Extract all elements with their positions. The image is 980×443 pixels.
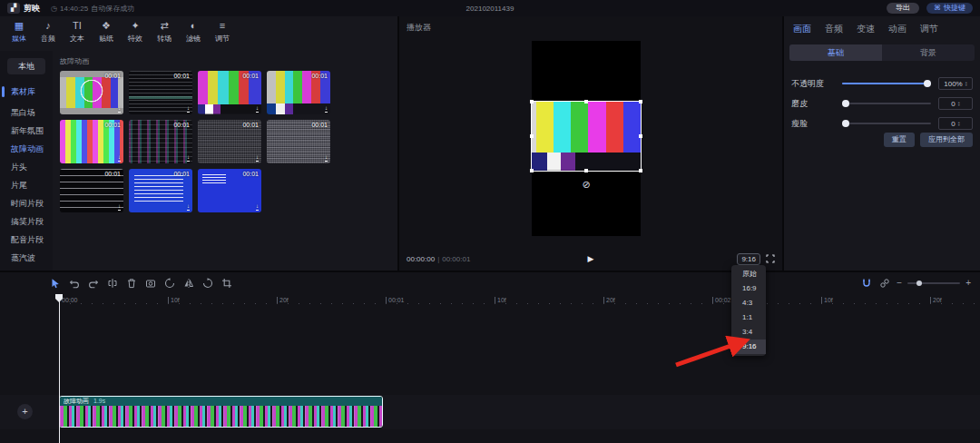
inspector-tab[interactable]: 调节: [920, 23, 938, 35]
media-thumbnail[interactable]: 00:01 ↓: [60, 120, 123, 163]
download-icon[interactable]: ↓: [325, 154, 328, 162]
inspector-tab[interactable]: 变速: [857, 23, 875, 35]
mirror-icon[interactable]: [182, 277, 195, 290]
reset-button[interactable]: 重置: [884, 133, 915, 147]
download-icon[interactable]: ↓: [256, 105, 259, 113]
download-icon[interactable]: ↓: [187, 154, 190, 162]
rotate-handle-icon[interactable]: ⊘: [582, 180, 590, 190]
value-box[interactable]: 0 ▴▾: [938, 97, 973, 110]
add-media-button[interactable]: +: [17, 404, 33, 419]
selection-handle[interactable]: [639, 169, 642, 172]
download-icon[interactable]: ↓: [187, 203, 190, 211]
slider-track[interactable]: [842, 123, 931, 124]
value-box[interactable]: 100% ▴▾: [938, 77, 973, 90]
selection-handle[interactable]: [530, 169, 534, 172]
category-item[interactable]: 时间片段: [0, 194, 53, 212]
zoom-slider-knob[interactable]: [916, 281, 922, 286]
media-thumbnail[interactable]: 00:01 ↓: [267, 120, 330, 163]
playhead-line[interactable]: [59, 294, 60, 443]
ratio-option[interactable]: ✓ 16:9: [731, 281, 766, 296]
media-toolbar-tab[interactable]: ♪ 音频: [34, 20, 62, 51]
redo-icon[interactable]: [87, 277, 100, 290]
category-item[interactable]: 蒸汽波: [0, 249, 53, 267]
slider[interactable]: [842, 97, 931, 110]
inspector-tab[interactable]: 动画: [888, 23, 906, 35]
inspector-subtab[interactable]: 背景: [882, 44, 975, 61]
slider-knob[interactable]: [924, 80, 931, 87]
media-thumbnail[interactable]: 00:01 ↓: [129, 120, 192, 163]
media-toolbar-tab[interactable]: ◐ 滤镜: [180, 20, 207, 51]
export-button[interactable]: 导出: [887, 3, 919, 14]
media-thumbnail[interactable]: 00:01 ↓: [129, 71, 192, 114]
slider-knob[interactable]: [842, 120, 849, 127]
zoom-out-button[interactable]: −: [897, 279, 902, 288]
split-icon[interactable]: [106, 277, 119, 290]
media-toolbar-tab[interactable]: ≡ 调节: [209, 20, 236, 51]
rotate-icon[interactable]: [201, 277, 214, 290]
stepper-arrows[interactable]: ▴▾: [958, 121, 960, 127]
select-tool-icon[interactable]: [49, 277, 62, 290]
download-icon[interactable]: ↓: [256, 154, 259, 162]
inspector-subtab[interactable]: 基础: [789, 44, 882, 61]
zoom-in-button[interactable]: +: [965, 279, 971, 288]
snap-magnet-icon[interactable]: [860, 277, 873, 290]
media-thumbnail[interactable]: 00:01 ↓: [60, 169, 123, 212]
slider[interactable]: [842, 117, 931, 130]
download-icon[interactable]: ↓: [187, 105, 190, 113]
stepper-arrows[interactable]: ▴▾: [965, 81, 967, 87]
play-button[interactable]: ▶: [588, 254, 594, 263]
download-icon[interactable]: ↓: [118, 105, 121, 113]
delete-icon[interactable]: [125, 277, 138, 290]
download-icon[interactable]: ↓: [118, 154, 121, 162]
category-item[interactable]: 故障动画: [0, 140, 53, 158]
sidebar-item-library[interactable]: 素材库: [0, 85, 53, 98]
crop-icon[interactable]: [220, 277, 233, 290]
media-thumbnail[interactable]: 00:01 ↓: [129, 169, 192, 212]
media-toolbar-tab[interactable]: TI 文本: [64, 20, 91, 51]
selection-handle[interactable]: [584, 100, 588, 103]
download-icon[interactable]: ↓: [118, 203, 121, 211]
media-thumbnail[interactable]: 00:01 ↓: [60, 71, 123, 114]
freeze-frame-icon[interactable]: [144, 277, 157, 290]
preview-clip[interactable]: ⊘: [532, 102, 641, 171]
link-clips-icon[interactable]: [878, 277, 891, 290]
selection-handle[interactable]: [584, 169, 588, 172]
reverse-icon[interactable]: [163, 277, 176, 290]
selection-handle[interactable]: [530, 134, 534, 138]
preview-canvas[interactable]: ⊘: [532, 41, 641, 236]
media-toolbar-tab[interactable]: ✦ 特效: [122, 20, 149, 51]
media-toolbar-tab[interactable]: ▦ 媒体: [5, 20, 33, 51]
ratio-option[interactable]: ✓ 原始: [731, 267, 766, 281]
category-item[interactable]: 黑白场: [0, 103, 53, 122]
sidebar-item-local[interactable]: 本地: [7, 58, 45, 74]
download-icon[interactable]: ↓: [256, 203, 259, 211]
ratio-option[interactable]: ✓ 9:16: [731, 340, 766, 354]
ratio-option[interactable]: ✓ 4:3: [731, 296, 766, 310]
media-thumbnail[interactable]: 00:01 ↓: [198, 169, 261, 212]
media-toolbar-tab[interactable]: ⇄ 转场: [151, 20, 178, 51]
ratio-option[interactable]: ✓ 1:1: [731, 310, 766, 325]
category-item[interactable]: 配音片段: [0, 231, 53, 249]
timeline-ruler[interactable]: 00:00 10f 20f 00:01 10f 20f 00:02 10f 20…: [0, 294, 980, 305]
value-box[interactable]: 0 ▴▾: [938, 117, 973, 130]
ratio-option[interactable]: ✓ 3:4: [731, 325, 766, 340]
media-toolbar-tab[interactable]: ❖ 贴纸: [93, 20, 120, 51]
media-thumbnail[interactable]: 00:01 ↓: [198, 71, 261, 114]
undo-icon[interactable]: [68, 277, 81, 290]
inspector-tab[interactable]: 画面: [793, 23, 811, 35]
media-thumbnail[interactable]: 00:01 ↓: [198, 120, 261, 163]
fullscreen-icon[interactable]: [766, 254, 775, 263]
slider-knob[interactable]: [842, 100, 849, 107]
apply-to-all-button[interactable]: 应用到全部: [920, 133, 973, 147]
category-item[interactable]: 片头: [0, 158, 53, 176]
shortcuts-button[interactable]: ⌘ 快捷键: [926, 3, 973, 14]
selection-handle[interactable]: [639, 134, 642, 138]
category-item[interactable]: 片尾: [0, 176, 53, 194]
slider[interactable]: [842, 77, 931, 90]
category-item[interactable]: 新年氛围: [0, 122, 53, 140]
selection-handle[interactable]: [530, 100, 534, 103]
media-thumbnail[interactable]: 00:01 ↓: [267, 71, 330, 114]
aspect-ratio-button[interactable]: 9:16: [737, 253, 760, 265]
selection-handle[interactable]: [639, 100, 642, 103]
inspector-tab[interactable]: 音频: [825, 23, 843, 35]
